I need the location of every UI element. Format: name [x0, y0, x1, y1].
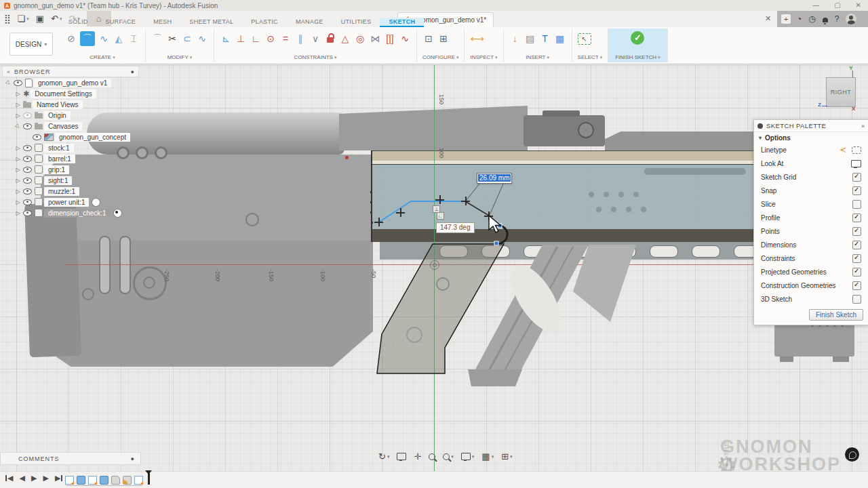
3d-sketch-checkbox[interactable]: [852, 295, 861, 304]
zoom-icon[interactable]: [429, 453, 435, 460]
visibility-eye-icon[interactable]: [23, 210, 32, 216]
go-to-start-button[interactable]: ◀: [5, 474, 13, 483]
browser-item-label[interactable]: Canvases: [44, 122, 82, 131]
look-at-icon[interactable]: [851, 160, 861, 167]
insert-image-icon[interactable]: ▦: [554, 31, 566, 46]
insert-decal-icon[interactable]: ▤: [524, 31, 536, 46]
fillet-tool-icon[interactable]: ⌒: [151, 31, 163, 46]
measure-icon[interactable]: ⟷: [470, 31, 484, 46]
sketch-point[interactable]: [396, 208, 405, 217]
extensions-icon[interactable]: ◔: [797, 14, 802, 24]
activate-component-radio[interactable]: [113, 209, 122, 218]
browser-item-power-unit-1[interactable]: ▷power unit:1: [2, 197, 139, 207]
help-icon[interactable]: ?: [835, 14, 840, 24]
browser-item-document-settings[interactable]: ▷✱Document Settings: [2, 88, 139, 99]
browser-item-label[interactable]: Document Settings: [31, 89, 96, 98]
visibility-eye-icon[interactable]: [23, 178, 32, 184]
timeline-feature-fillet[interactable]: [123, 476, 132, 485]
file-icon[interactable]: ❏▾: [18, 14, 29, 24]
expand-arrow-icon[interactable]: ▷: [14, 145, 22, 151]
browser-item-stock-1[interactable]: ▷stock:1: [2, 142, 139, 153]
look-at-icon[interactable]: [397, 453, 406, 460]
visibility-eye-icon[interactable]: [23, 145, 32, 151]
step-forward-button[interactable]: ▶: [43, 474, 48, 483]
ribbon-group-label[interactable]: MODIFY: [151, 54, 208, 62]
finish-sketch-label[interactable]: FINISH SKETCH: [615, 54, 660, 62]
ribbon-group-label[interactable]: SELECT: [578, 54, 603, 62]
browser-item-named-views[interactable]: ▷Named Views: [2, 99, 139, 110]
visibility-eye-icon[interactable]: [23, 188, 32, 195]
timeline-feature-sketch[interactable]: [134, 476, 143, 485]
look-at-icon[interactable]: [397, 453, 406, 460]
midpoint-icon[interactable]: ⋈: [369, 31, 381, 46]
expand-arrow-icon[interactable]: ▷: [14, 199, 22, 205]
expand-arrow-icon[interactable]: ▷: [14, 210, 22, 216]
horizontal-vertical-icon[interactable]: ∟: [250, 31, 262, 46]
save-icon[interactable]: ▣: [36, 14, 44, 24]
palette-header[interactable]: SKETCH PALETTE »: [754, 120, 868, 132]
job-status-icon[interactable]: ◷: [808, 14, 815, 24]
ribbon-group-label[interactable]: CONSTRAINTS: [220, 54, 411, 62]
fit-icon[interactable]: ▾: [443, 453, 454, 460]
viewports-icon[interactable]: ⊞▾: [501, 451, 512, 462]
slice-checkbox[interactable]: [852, 200, 861, 209]
palette-options-section[interactable]: Options: [754, 132, 868, 143]
concentric-icon[interactable]: ◎: [354, 31, 366, 46]
browser-item-canvases[interactable]: ▷Canvases: [2, 121, 139, 131]
visibility-eye-icon[interactable]: [23, 167, 32, 173]
browser-item-label[interactable]: gnomon_gun_demo v1: [34, 79, 111, 87]
tangent-icon[interactable]: ⊙: [264, 31, 277, 46]
lock-icon[interactable]: [324, 31, 336, 46]
sketch-point[interactable]: [374, 218, 383, 226]
offset-tool-icon[interactable]: ⊂: [181, 31, 193, 46]
finish-sketch-button[interactable]: Finish Sketch: [809, 309, 863, 321]
insert-svg-icon[interactable]: ↓: [509, 31, 521, 46]
ribbon-group-label[interactable]: CREATE: [65, 54, 140, 62]
tab-surface[interactable]: SURFACE: [97, 18, 145, 27]
browser-item-gnomon-gun-concept[interactable]: gnomon_gun_concept: [2, 131, 139, 142]
document-tab-label[interactable]: gnomon_gun_demo v1*: [414, 16, 486, 24]
linetype-construction-icon[interactable]: [852, 146, 861, 154]
visibility-eye-icon[interactable]: [23, 156, 32, 162]
visibility-eye-icon[interactable]: [33, 134, 41, 140]
points-checkbox[interactable]: [852, 227, 861, 236]
minimize-button[interactable]: —: [812, 0, 819, 10]
workspace-label[interactable]: DESIGN: [16, 41, 41, 48]
timeline-feature-plain[interactable]: [111, 476, 120, 485]
grid-layout-icon[interactable]: ▦▾: [481, 451, 494, 462]
browser-item-label[interactable]: Origin: [44, 111, 71, 120]
mirror-tool-icon[interactable]: ◭: [113, 31, 125, 46]
snap-checkbox[interactable]: [852, 186, 861, 195]
comments-options-icon[interactable]: ●: [131, 455, 135, 462]
ribbon-group-label[interactable]: CONFIGURE: [422, 54, 458, 62]
fix-ground-icon[interactable]: ⊥: [235, 31, 247, 46]
timeline-feature-extrude[interactable]: [100, 476, 108, 485]
sketch-point[interactable]: [461, 197, 470, 205]
step-back-button[interactable]: ◀: [19, 474, 24, 483]
expand-arrow-icon[interactable]: ▷: [14, 102, 22, 108]
linetype-spline-icon[interactable]: ≺: [840, 145, 846, 155]
projected-geometries-checkbox[interactable]: [852, 268, 861, 277]
workspace-selector[interactable]: DESIGN: [9, 33, 53, 56]
expand-arrow-icon[interactable]: ▷: [14, 167, 22, 173]
activate-component-radio[interactable]: [92, 198, 100, 207]
insert-text-icon[interactable]: T: [539, 31, 551, 46]
expand-arrow-icon[interactable]: ▷: [14, 113, 22, 119]
ribbon-group-label[interactable]: INSERT: [509, 54, 566, 62]
dimension-input[interactable]: 26.09 mm: [477, 173, 512, 184]
profile-checkbox[interactable]: [852, 214, 861, 222]
viewcube[interactable]: RIGHT: [826, 77, 856, 107]
timeline-feature-sketch[interactable]: [65, 476, 74, 485]
config-table-icon[interactable]: ⊞: [437, 31, 450, 46]
tab-utilities[interactable]: UTILITIES: [332, 18, 380, 27]
coincident-icon[interactable]: [|]: [384, 31, 396, 46]
browser-item-grip-1[interactable]: ▷grip:1: [2, 164, 139, 175]
browser-item-label[interactable]: muzzle:1: [44, 187, 79, 196]
finish-sketch-check-icon[interactable]: ✓: [631, 31, 644, 45]
parallel-icon[interactable]: ∥: [294, 31, 307, 46]
curve-tool-icon[interactable]: ∿: [196, 31, 208, 46]
expand-arrow-icon[interactable]: ▷: [14, 188, 22, 195]
visibility-eye-icon[interactable]: [23, 123, 32, 129]
expand-arrow-icon[interactable]: ▷: [14, 156, 22, 162]
browser-item-label[interactable]: sight:1: [44, 176, 72, 185]
